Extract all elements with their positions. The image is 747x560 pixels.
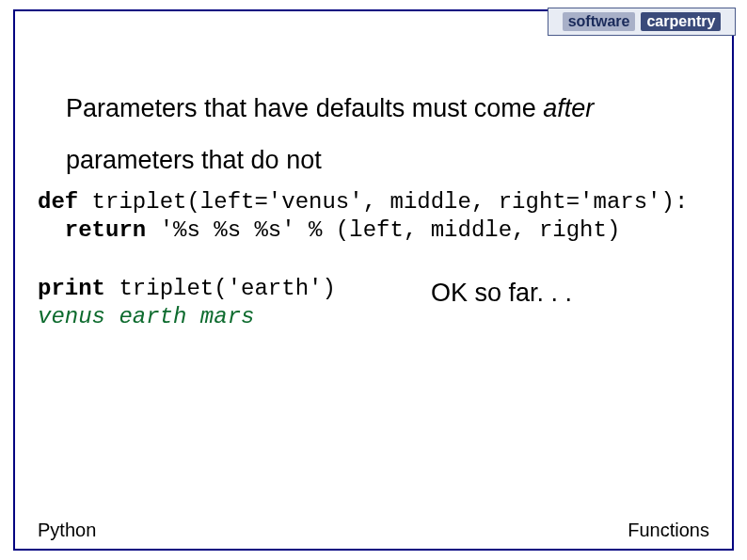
- logo-word-2: carpentry: [641, 12, 721, 31]
- annotation-text: OK so far. . .: [431, 279, 572, 308]
- slide-heading: Parameters that have defaults must come …: [66, 83, 709, 187]
- code-definition: def triplet(left='venus', middle, right=…: [38, 188, 688, 245]
- footer-right: Functions: [628, 520, 709, 541]
- software-carpentry-logo: software carpentry: [548, 8, 736, 36]
- return-body: '%s %s %s' % (left, middle, right): [146, 217, 620, 243]
- indent: [38, 217, 65, 243]
- def-signature: triplet(left='venus', middle, right='mar…: [78, 189, 688, 215]
- keyword-def: def: [38, 189, 78, 215]
- logo-word-1: software: [563, 12, 636, 31]
- code-print: print triplet('earth') venus earth mars: [38, 275, 336, 331]
- heading-part2: parameters that do not: [66, 146, 322, 174]
- footer-left: Python: [38, 520, 96, 541]
- print-call: triplet('earth'): [105, 276, 336, 301]
- code-output: venus earth mars: [38, 304, 254, 329]
- keyword-print: print: [38, 276, 105, 301]
- heading-part1: Parameters that have defaults must come: [66, 94, 543, 122]
- keyword-return: return: [65, 217, 146, 243]
- heading-italic: after: [543, 94, 594, 122]
